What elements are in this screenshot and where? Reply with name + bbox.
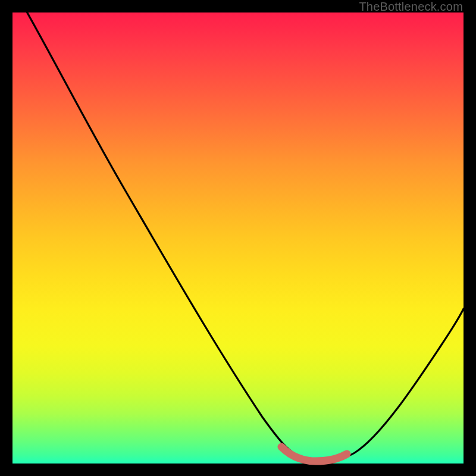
bottleneck-curve	[12, 12, 464, 464]
watermark-text: TheBottleneck.com	[359, 0, 463, 14]
highlight-plateau	[281, 447, 347, 461]
plot-area	[12, 12, 464, 464]
curve-path	[14, 0, 464, 461]
chart-frame: TheBottleneck.com	[0, 0, 476, 476]
